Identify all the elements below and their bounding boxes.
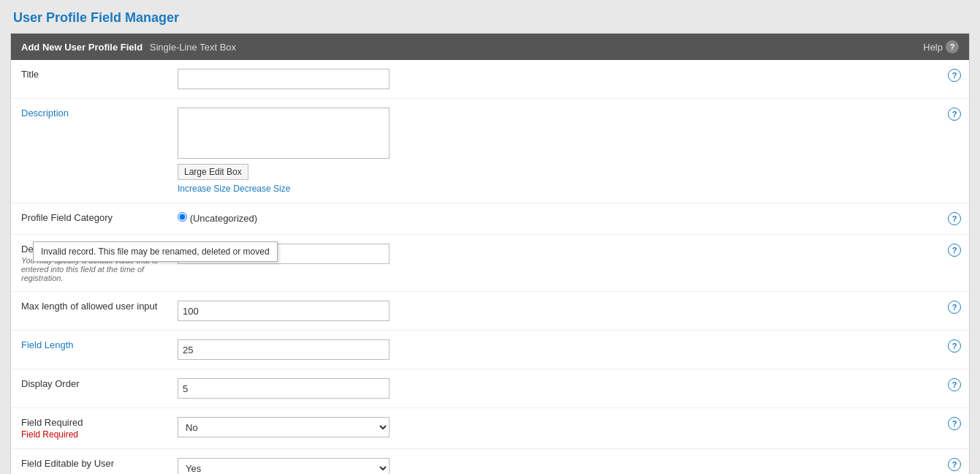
field-length-label: Field Length bbox=[11, 335, 172, 355]
field-required-help-icon[interactable]: ? bbox=[948, 417, 961, 430]
description-row: Description Large Edit Box Increase Size… bbox=[11, 99, 969, 203]
field-editable-help-cell: ? bbox=[940, 454, 969, 474]
page-title: User Profile Field Manager bbox=[13, 10, 179, 25]
description-help-cell: ? bbox=[940, 103, 969, 125]
field-editable-help-icon[interactable]: ? bbox=[948, 458, 961, 471]
field-required-input-cell: No Yes bbox=[172, 413, 940, 442]
category-radio-label: (Uncategorized) bbox=[178, 213, 257, 224]
display-order-help-cell: ? bbox=[940, 374, 969, 396]
title-input[interactable] bbox=[178, 69, 390, 89]
field-required-label: Field Required Field Required bbox=[11, 413, 172, 444]
size-links: Increase Size Decrease Size bbox=[178, 183, 934, 194]
title-input-cell bbox=[172, 64, 940, 94]
display-order-label: Display Order bbox=[11, 374, 172, 394]
help-icon[interactable]: ? bbox=[946, 40, 959, 53]
category-label: Profile Field Category bbox=[11, 208, 172, 227]
field-editable-input-cell: Yes No bbox=[172, 454, 940, 474]
tooltip-box: Invalid record. This file may be renamed… bbox=[33, 241, 278, 262]
field-length-input-cell bbox=[172, 335, 940, 364]
max-length-input[interactable] bbox=[178, 301, 390, 321]
panel-title: Add New User Profile Field bbox=[21, 42, 143, 53]
title-help-cell: ? bbox=[940, 64, 969, 86]
display-order-row: Display Order ? bbox=[11, 369, 969, 408]
description-label: Description bbox=[11, 103, 172, 123]
title-row: Title ? bbox=[11, 60, 969, 99]
field-required-select[interactable]: No Yes bbox=[178, 417, 390, 437]
category-row: Profile Field Category (Uncategorized) ? bbox=[11, 203, 969, 235]
field-length-row: Field Length ? bbox=[11, 331, 969, 369]
default-value-help-icon[interactable]: ? bbox=[948, 244, 961, 257]
title-help-icon[interactable]: ? bbox=[948, 69, 961, 82]
display-order-help-icon[interactable]: ? bbox=[948, 378, 961, 391]
tooltip-text: Invalid record. This file may be renamed… bbox=[41, 247, 270, 257]
display-order-input[interactable] bbox=[178, 378, 390, 399]
field-editable-label: Field Editable by User bbox=[11, 454, 172, 473]
field-required-help-cell: ? bbox=[940, 413, 969, 434]
field-required-label-text: Field Required bbox=[21, 417, 83, 428]
field-editable-row: Field Editable by User Yes No ? bbox=[11, 449, 969, 474]
field-editable-select[interactable]: Yes No bbox=[178, 458, 390, 474]
increase-size-link[interactable]: Increase Size bbox=[178, 184, 231, 194]
description-help-icon[interactable]: ? bbox=[948, 108, 961, 121]
panel-help: Help ? bbox=[923, 40, 959, 53]
category-help-cell: ? bbox=[940, 208, 969, 230]
category-value: (Uncategorized) bbox=[190, 213, 258, 224]
category-input-cell: (Uncategorized) bbox=[172, 208, 940, 228]
panel-header: Add New User Profile Field Single-Line T… bbox=[11, 34, 969, 60]
description-input-cell: Large Edit Box Increase Size Decrease Si… bbox=[172, 103, 940, 198]
default-value-help-cell: ? bbox=[940, 239, 969, 261]
max-length-label: Max length of allowed user input bbox=[11, 296, 172, 316]
description-textarea[interactable] bbox=[178, 108, 390, 159]
display-order-input-cell bbox=[172, 374, 940, 403]
field-length-help-cell: ? bbox=[940, 335, 969, 357]
max-length-help-cell: ? bbox=[940, 296, 969, 318]
title-label: Title bbox=[11, 64, 172, 84]
max-length-input-cell bbox=[172, 296, 940, 326]
field-required-row: Field Required Field Required No Yes ? bbox=[11, 408, 969, 449]
field-length-input[interactable] bbox=[178, 339, 390, 360]
category-radio[interactable] bbox=[178, 212, 187, 222]
large-edit-button[interactable]: Large Edit Box bbox=[178, 164, 248, 180]
field-length-help-icon[interactable]: ? bbox=[948, 339, 961, 353]
field-required-note: Field Required bbox=[21, 429, 162, 440]
decrease-size-link[interactable]: Decrease Size bbox=[233, 184, 290, 194]
max-length-row: Max length of allowed user input ? bbox=[11, 292, 969, 331]
default-value-input-cell bbox=[172, 239, 940, 268]
panel-subtitle: Single-Line Text Box bbox=[150, 42, 236, 53]
help-label: Help bbox=[923, 42, 943, 53]
category-help-icon[interactable]: ? bbox=[948, 212, 961, 225]
max-length-help-icon[interactable]: ? bbox=[948, 301, 961, 314]
